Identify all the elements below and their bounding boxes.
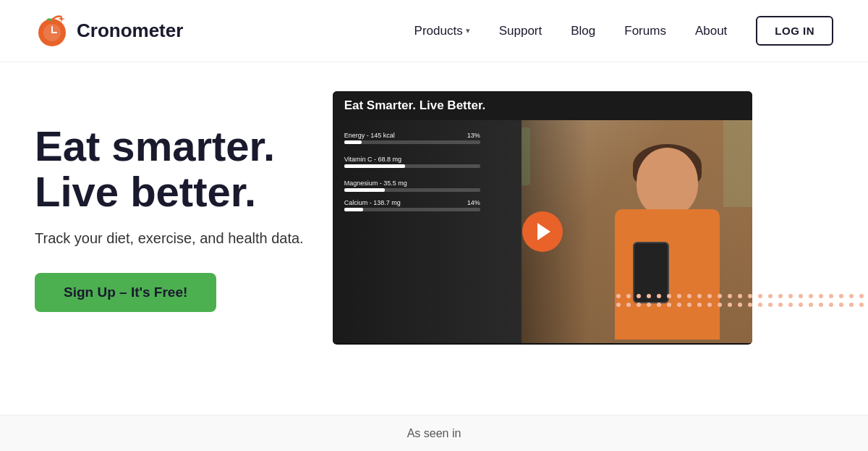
nav-item-about[interactable]: About: [684, 18, 739, 44]
hero-title: Eat smarter. Live better.: [35, 124, 304, 214]
nutrition-row-cal: Calcium - 138.7 mg 14%: [344, 199, 480, 211]
nav-item-products[interactable]: Products ▾: [403, 18, 482, 44]
nav-item-blog[interactable]: Blog: [559, 18, 607, 44]
hero-section: Eat smarter. Live better. Track your die…: [0, 62, 868, 359]
brand-name: Cronometer: [77, 20, 183, 42]
logo-area[interactable]: Cronometer: [35, 14, 183, 49]
nutrition-row-mag: Magnesium - 35.5 mg: [344, 175, 480, 192]
as-seen-in-label: As seen in: [407, 427, 461, 440]
login-button[interactable]: LOG IN: [756, 16, 833, 46]
dot-decoration: [616, 294, 848, 352]
main-nav: Products ▾ Support Blog Forums About LOG…: [403, 16, 833, 46]
nutrition-panel: Energy - 145 kcal 13% Vitamin C - 68.8 m…: [333, 120, 492, 230]
logo-icon: [35, 14, 69, 49]
chevron-down-icon: ▾: [466, 26, 470, 35]
nutrition-row-energy: Energy - 145 kcal 13%: [344, 132, 480, 144]
play-button[interactable]: [522, 211, 563, 252]
hero-right: Eat Smarter. Live Better. Energy - 145 k…: [333, 91, 833, 345]
nutrition-row-vitc: Vitamin C - 68.8 mg: [344, 151, 480, 168]
hero-subtitle: Track your diet, exercise, and health da…: [35, 230, 304, 247]
video-title-bar: Eat Smarter. Live Better.: [333, 91, 752, 120]
hero-left: Eat smarter. Live better. Track your die…: [35, 124, 304, 312]
signup-button[interactable]: Sign Up – It's Free!: [35, 273, 216, 312]
play-icon: [537, 223, 550, 240]
footer-bar: As seen in: [0, 415, 868, 451]
nav-item-support[interactable]: Support: [488, 18, 554, 44]
nav-item-forums[interactable]: Forums: [613, 18, 678, 44]
